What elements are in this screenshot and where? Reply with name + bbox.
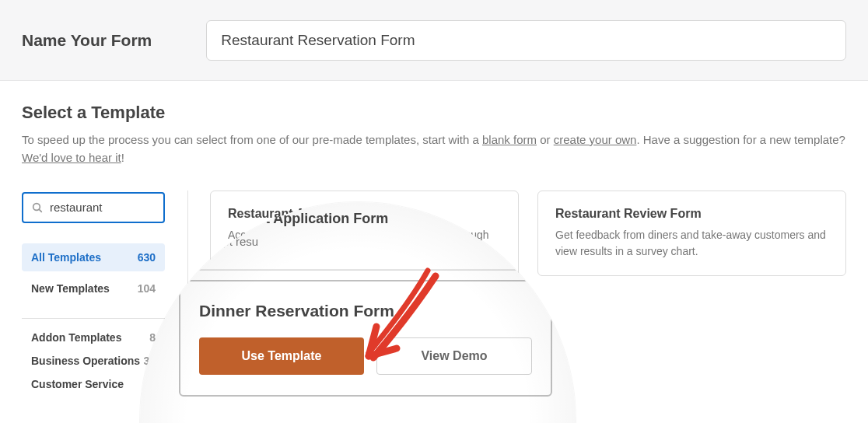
desc-text: !: [121, 151, 124, 164]
zoom-card-title: Dinner Reservation Form: [199, 302, 532, 320]
desc-text: To speed up the process you can select f…: [22, 133, 482, 146]
sidebar-divider: [22, 318, 165, 319]
filter-all-templates[interactable]: All Templates 630: [22, 243, 165, 271]
view-demo-button[interactable]: View Demo: [376, 337, 532, 375]
svg-line-1: [39, 209, 41, 212]
category-addon-templates[interactable]: Addon Templates 8: [22, 331, 165, 344]
desc-text: . Have a suggestion for a new template?: [636, 133, 845, 146]
category-business-operations[interactable]: Business Operations 32: [22, 355, 165, 367]
filter-label: New Templates: [31, 282, 110, 295]
desc-text: or: [537, 133, 554, 146]
template-search-box[interactable]: [22, 192, 165, 223]
filter-list: All Templates 630 New Templates 104: [22, 243, 187, 302]
filter-new-templates[interactable]: New Templates 104: [22, 274, 165, 302]
filter-count: 104: [138, 282, 156, 295]
template-search-input[interactable]: [50, 201, 156, 214]
category-label: Customer Service: [31, 378, 124, 390]
template-card-title: Restaurant Review Form: [555, 207, 828, 221]
template-card-desc: Accept resu: [197, 233, 519, 251]
zoom-template-card: Dinner Reservation Form Use Template Vie…: [179, 280, 552, 397]
filter-label: All Templates: [31, 251, 101, 264]
category-label: Addon Templates: [31, 331, 121, 344]
name-form-bar: Name Your Form: [0, 0, 868, 81]
name-form-label: Name Your Form: [22, 31, 152, 50]
form-name-input[interactable]: [206, 20, 846, 61]
filter-count: 630: [138, 251, 156, 264]
create-own-link[interactable]: create your own: [554, 133, 637, 146]
use-template-button[interactable]: Use Template: [199, 337, 364, 375]
template-card[interactable]: Restaurant Review Form Get feedback from…: [537, 191, 846, 276]
category-label: Business Operations: [31, 355, 140, 367]
template-card-desc: Get feedback from diners and take-away c…: [555, 227, 828, 260]
section-description: To speed up the process you can select f…: [22, 131, 846, 167]
section-title: Select a Template: [22, 103, 846, 123]
search-icon: [31, 201, 44, 214]
blank-form-link[interactable]: blank form: [482, 133, 537, 146]
feedback-link[interactable]: We'd love to hear it: [22, 151, 121, 164]
